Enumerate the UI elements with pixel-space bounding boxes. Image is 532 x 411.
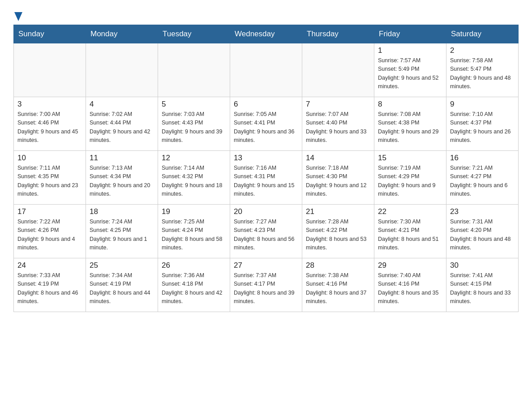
day-number: 14 bbox=[306, 154, 370, 163]
calendar-cell: 4Sunrise: 7:02 AMSunset: 4:44 PMDaylight… bbox=[86, 97, 158, 151]
day-number: 18 bbox=[90, 207, 154, 216]
day-info: Sunrise: 7:14 AMSunset: 4:32 PMDaylight:… bbox=[162, 164, 226, 199]
day-number: 27 bbox=[234, 261, 298, 270]
day-number: 21 bbox=[306, 207, 370, 216]
weekday-header-saturday: Saturday bbox=[446, 25, 519, 43]
day-info: Sunrise: 7:07 AMSunset: 4:40 PMDaylight:… bbox=[306, 110, 370, 145]
calendar-cell: 9Sunrise: 7:10 AMSunset: 4:37 PMDaylight… bbox=[446, 97, 519, 151]
day-number: 23 bbox=[450, 207, 515, 216]
calendar-week-row: 17Sunrise: 7:22 AMSunset: 4:26 PMDayligh… bbox=[14, 205, 519, 258]
page-header bbox=[13, 9, 519, 20]
calendar-cell: 14Sunrise: 7:18 AMSunset: 4:30 PMDayligh… bbox=[302, 151, 374, 205]
calendar-cell bbox=[230, 43, 302, 97]
calendar-cell: 1Sunrise: 7:57 AMSunset: 5:49 PMDaylight… bbox=[374, 43, 446, 97]
day-number: 28 bbox=[306, 261, 370, 270]
weekday-header-friday: Friday bbox=[374, 25, 446, 43]
calendar-cell bbox=[14, 43, 86, 97]
day-info: Sunrise: 7:37 AMSunset: 4:17 PMDaylight:… bbox=[234, 271, 298, 306]
day-number: 10 bbox=[17, 154, 82, 163]
day-info: Sunrise: 7:18 AMSunset: 4:30 PMDaylight:… bbox=[306, 164, 370, 199]
day-info: Sunrise: 7:03 AMSunset: 4:43 PMDaylight:… bbox=[162, 110, 226, 145]
logo-arrow-icon bbox=[14, 12, 22, 21]
calendar-cell: 17Sunrise: 7:22 AMSunset: 4:26 PMDayligh… bbox=[14, 205, 86, 258]
day-number: 25 bbox=[90, 261, 154, 270]
day-number: 20 bbox=[234, 207, 298, 216]
day-number: 2 bbox=[450, 46, 515, 55]
calendar-cell: 7Sunrise: 7:07 AMSunset: 4:40 PMDaylight… bbox=[302, 97, 374, 151]
calendar-cell: 28Sunrise: 7:38 AMSunset: 4:16 PMDayligh… bbox=[302, 258, 374, 312]
day-info: Sunrise: 7:57 AMSunset: 5:49 PMDaylight:… bbox=[378, 56, 442, 91]
day-info: Sunrise: 7:58 AMSunset: 5:47 PMDaylight:… bbox=[450, 56, 515, 91]
day-number: 26 bbox=[162, 261, 226, 270]
day-number: 17 bbox=[17, 207, 82, 216]
day-info: Sunrise: 7:02 AMSunset: 4:44 PMDaylight:… bbox=[90, 110, 154, 145]
calendar-cell: 26Sunrise: 7:36 AMSunset: 4:18 PMDayligh… bbox=[158, 258, 230, 312]
calendar-cell bbox=[86, 43, 158, 97]
calendar-week-row: 10Sunrise: 7:11 AMSunset: 4:35 PMDayligh… bbox=[14, 151, 519, 205]
day-info: Sunrise: 7:30 AMSunset: 4:21 PMDaylight:… bbox=[378, 218, 442, 253]
calendar-cell: 18Sunrise: 7:24 AMSunset: 4:25 PMDayligh… bbox=[86, 205, 158, 258]
day-info: Sunrise: 7:31 AMSunset: 4:20 PMDaylight:… bbox=[450, 218, 515, 253]
logo bbox=[13, 9, 22, 20]
day-number: 13 bbox=[234, 154, 298, 163]
calendar-cell: 25Sunrise: 7:34 AMSunset: 4:19 PMDayligh… bbox=[86, 258, 158, 312]
calendar-cell: 27Sunrise: 7:37 AMSunset: 4:17 PMDayligh… bbox=[230, 258, 302, 312]
day-info: Sunrise: 7:27 AMSunset: 4:23 PMDaylight:… bbox=[234, 218, 298, 253]
day-number: 19 bbox=[162, 207, 226, 216]
day-number: 7 bbox=[306, 100, 370, 109]
day-info: Sunrise: 7:16 AMSunset: 4:31 PMDaylight:… bbox=[234, 164, 298, 199]
calendar-week-row: 24Sunrise: 7:33 AMSunset: 4:19 PMDayligh… bbox=[14, 258, 519, 312]
calendar-cell bbox=[158, 43, 230, 97]
day-number: 4 bbox=[90, 100, 154, 109]
calendar-cell: 10Sunrise: 7:11 AMSunset: 4:35 PMDayligh… bbox=[14, 151, 86, 205]
day-info: Sunrise: 7:21 AMSunset: 4:27 PMDaylight:… bbox=[450, 164, 515, 199]
day-info: Sunrise: 7:00 AMSunset: 4:46 PMDaylight:… bbox=[17, 110, 82, 145]
day-info: Sunrise: 7:11 AMSunset: 4:35 PMDaylight:… bbox=[17, 164, 82, 199]
weekday-header-wednesday: Wednesday bbox=[230, 25, 302, 43]
calendar-cell: 23Sunrise: 7:31 AMSunset: 4:20 PMDayligh… bbox=[446, 205, 519, 258]
calendar-week-row: 1Sunrise: 7:57 AMSunset: 5:49 PMDaylight… bbox=[14, 43, 519, 97]
day-number: 15 bbox=[378, 154, 442, 163]
calendar-cell: 24Sunrise: 7:33 AMSunset: 4:19 PMDayligh… bbox=[14, 258, 86, 312]
day-number: 8 bbox=[378, 100, 442, 109]
weekday-header-tuesday: Tuesday bbox=[158, 25, 230, 43]
weekday-header-thursday: Thursday bbox=[302, 25, 374, 43]
day-number: 9 bbox=[450, 100, 515, 109]
calendar-cell: 6Sunrise: 7:05 AMSunset: 4:41 PMDaylight… bbox=[230, 97, 302, 151]
calendar-cell: 5Sunrise: 7:03 AMSunset: 4:43 PMDaylight… bbox=[158, 97, 230, 151]
day-number: 16 bbox=[450, 154, 515, 163]
calendar-cell: 11Sunrise: 7:13 AMSunset: 4:34 PMDayligh… bbox=[86, 151, 158, 205]
day-number: 11 bbox=[90, 154, 154, 163]
calendar-cell: 30Sunrise: 7:41 AMSunset: 4:15 PMDayligh… bbox=[446, 258, 519, 312]
calendar-cell: 15Sunrise: 7:19 AMSunset: 4:29 PMDayligh… bbox=[374, 151, 446, 205]
day-info: Sunrise: 7:36 AMSunset: 4:18 PMDaylight:… bbox=[162, 271, 226, 306]
weekday-header-monday: Monday bbox=[86, 25, 158, 43]
calendar-week-row: 3Sunrise: 7:00 AMSunset: 4:46 PMDaylight… bbox=[14, 97, 519, 151]
day-number: 30 bbox=[450, 261, 515, 270]
day-info: Sunrise: 7:13 AMSunset: 4:34 PMDaylight:… bbox=[90, 164, 154, 199]
calendar-cell: 20Sunrise: 7:27 AMSunset: 4:23 PMDayligh… bbox=[230, 205, 302, 258]
day-number: 29 bbox=[378, 261, 442, 270]
day-info: Sunrise: 7:41 AMSunset: 4:15 PMDaylight:… bbox=[450, 271, 515, 306]
calendar-cell: 8Sunrise: 7:08 AMSunset: 4:38 PMDaylight… bbox=[374, 97, 446, 151]
day-info: Sunrise: 7:24 AMSunset: 4:25 PMDaylight:… bbox=[90, 218, 154, 253]
day-number: 12 bbox=[162, 154, 226, 163]
day-number: 3 bbox=[17, 100, 82, 109]
calendar-cell: 16Sunrise: 7:21 AMSunset: 4:27 PMDayligh… bbox=[446, 151, 519, 205]
calendar-cell bbox=[302, 43, 374, 97]
day-info: Sunrise: 7:34 AMSunset: 4:19 PMDaylight:… bbox=[90, 271, 154, 306]
day-number: 1 bbox=[378, 46, 442, 55]
calendar-table: SundayMondayTuesdayWednesdayThursdayFrid… bbox=[13, 25, 519, 312]
day-info: Sunrise: 7:25 AMSunset: 4:24 PMDaylight:… bbox=[162, 218, 226, 253]
day-info: Sunrise: 7:05 AMSunset: 4:41 PMDaylight:… bbox=[234, 110, 298, 145]
calendar-cell: 19Sunrise: 7:25 AMSunset: 4:24 PMDayligh… bbox=[158, 205, 230, 258]
day-number: 6 bbox=[234, 100, 298, 109]
day-number: 5 bbox=[162, 100, 226, 109]
calendar-cell: 29Sunrise: 7:40 AMSunset: 4:16 PMDayligh… bbox=[374, 258, 446, 312]
svg-marker-0 bbox=[14, 12, 22, 21]
day-info: Sunrise: 7:19 AMSunset: 4:29 PMDaylight:… bbox=[378, 164, 442, 199]
calendar-cell: 12Sunrise: 7:14 AMSunset: 4:32 PMDayligh… bbox=[158, 151, 230, 205]
day-number: 22 bbox=[378, 207, 442, 216]
calendar-cell: 2Sunrise: 7:58 AMSunset: 5:47 PMDaylight… bbox=[446, 43, 519, 97]
calendar-cell: 21Sunrise: 7:28 AMSunset: 4:22 PMDayligh… bbox=[302, 205, 374, 258]
